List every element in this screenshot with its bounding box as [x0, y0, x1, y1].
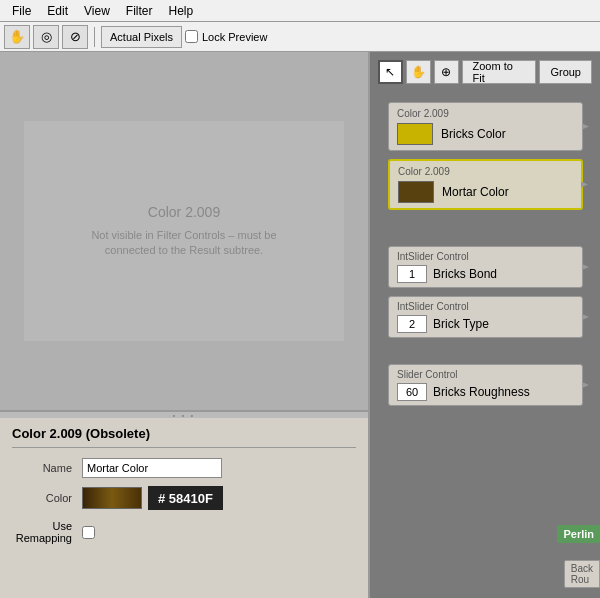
brick-type-connector: [582, 312, 592, 322]
color-hex-badge: # 58410F: [148, 486, 223, 510]
group-btn[interactable]: Group: [539, 60, 592, 84]
main-layout: Color 2.009 Not visible in Filter Contro…: [0, 52, 600, 598]
menu-help[interactable]: Help: [161, 2, 202, 20]
bricks-bond-connector: [582, 262, 592, 272]
brick-type-content: 2 Brick Type: [397, 315, 574, 333]
crop-tool-btn[interactable]: ⊘: [62, 25, 88, 49]
bricks-color-node[interactable]: Color 2.009 Bricks Color: [388, 102, 583, 151]
bricks-roughness-node[interactable]: Slider Control 60 Bricks Roughness: [388, 364, 583, 406]
right-toolbar: ↖ ✋ ⊕ Zoom to Fit Group: [378, 60, 592, 84]
bricks-color-content: Bricks Color: [397, 123, 574, 145]
bricks-roughness-value: 60: [397, 383, 427, 401]
bricks-bond-value: 1: [397, 265, 427, 283]
brick-type-text: Brick Type: [433, 317, 489, 331]
use-remapping-row: Use Remapping: [12, 520, 356, 544]
mortar-color-node[interactable]: Color 2.009 Mortar Color: [388, 159, 583, 210]
menu-file[interactable]: File: [4, 2, 39, 20]
preview-inner: Color 2.009 Not visible in Filter Contro…: [24, 121, 344, 341]
name-label: Name: [12, 462, 72, 474]
brick-type-node[interactable]: IntSlider Control 2 Brick Type: [388, 296, 583, 338]
bricks-bond-label: IntSlider Control: [397, 251, 574, 262]
menu-filter[interactable]: Filter: [118, 2, 161, 20]
menu-view[interactable]: View: [76, 2, 118, 20]
toolbar: ✋ ◎ ⊘ Actual Pixels Lock Preview: [0, 22, 600, 52]
properties-panel: Color 2.009 (Obsolete) Name Color # 5841…: [0, 418, 368, 598]
lock-preview-checkbox[interactable]: [185, 30, 198, 43]
color-row: Color # 58410F: [12, 486, 356, 510]
select-tool-btn[interactable]: ↖: [378, 60, 403, 84]
mortar-color-content: Mortar Color: [398, 181, 573, 203]
preview-title: Color 2.009: [148, 204, 220, 220]
zoom-tool-btn[interactable]: ◎: [33, 25, 59, 49]
brick-type-label: IntSlider Control: [397, 301, 574, 312]
use-remapping-label: Use Remapping: [12, 520, 72, 544]
bricks-roughness-connector: [582, 380, 592, 390]
mortar-color-label: Color 2.009: [398, 166, 573, 177]
brick-type-value: 2: [397, 315, 427, 333]
bricks-color-label: Color 2.009: [397, 108, 574, 119]
menu-bar: File Edit View Filter Help: [0, 0, 600, 22]
zoom-to-fit-btn[interactable]: Zoom to Fit: [462, 60, 537, 84]
bricks-bond-node[interactable]: IntSlider Control 1 Bricks Bond: [388, 246, 583, 288]
color-swatch-row: # 58410F: [82, 486, 223, 510]
bricks-color-connector: [582, 122, 592, 132]
right-panel: ↖ ✋ ⊕ Zoom to Fit Group Color 2.009 Bric…: [370, 52, 600, 598]
toolbar-separator-1: [94, 27, 95, 47]
use-remapping-checkbox[interactable]: [82, 526, 95, 539]
mortar-color-swatch[interactable]: [398, 181, 434, 203]
bricks-bond-text: Bricks Bond: [433, 267, 497, 281]
preview-area: Color 2.009 Not visible in Filter Contro…: [0, 52, 368, 412]
bricks-roughness-content: 60 Bricks Roughness: [397, 383, 574, 401]
bricks-roughness-text: Bricks Roughness: [433, 385, 530, 399]
bricks-bond-content: 1 Bricks Bond: [397, 265, 574, 283]
preview-subtitle: Not visible in Filter Controls – must be…: [91, 228, 276, 259]
menu-edit[interactable]: Edit: [39, 2, 76, 20]
zoom-canvas-btn[interactable]: ⊕: [434, 60, 459, 84]
spacer: [388, 218, 592, 238]
hand-tool-btn[interactable]: ✋: [4, 25, 30, 49]
left-panel: Color 2.009 Not visible in Filter Contro…: [0, 52, 370, 598]
back-label: Back: [571, 563, 593, 574]
name-row: Name: [12, 458, 356, 478]
bricks-color-text: Bricks Color: [441, 127, 506, 141]
lock-preview-label: Lock Preview: [202, 31, 267, 43]
bricks-roughness-label: Slider Control: [397, 369, 574, 380]
mortar-color-text: Mortar Color: [442, 185, 509, 199]
lock-preview-container: Lock Preview: [185, 30, 267, 43]
color-label: Color: [12, 492, 72, 504]
name-input[interactable]: [82, 458, 222, 478]
nodes-area: Color 2.009 Bricks Color Color 2.009 Mor…: [388, 102, 592, 406]
back-rou-node-partial[interactable]: Back Rou: [564, 560, 600, 588]
actual-pixels-btn[interactable]: Actual Pixels: [101, 26, 182, 48]
bricks-color-swatch[interactable]: [397, 123, 433, 145]
spacer2: [388, 346, 592, 356]
color-swatch[interactable]: [82, 487, 142, 509]
pan-tool-btn[interactable]: ✋: [406, 60, 431, 84]
perlin-node-partial[interactable]: Perlin: [557, 525, 600, 543]
mortar-color-connector: [581, 180, 591, 190]
properties-title: Color 2.009 (Obsolete): [12, 426, 356, 448]
rou-label: Rou: [571, 574, 593, 585]
